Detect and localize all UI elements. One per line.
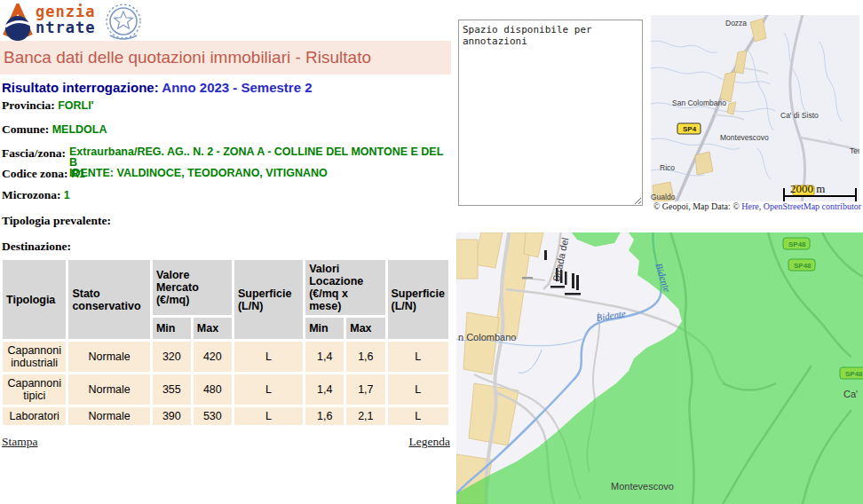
overview-map-canvas: Dozza San Colombano Ca' di Sisto Monteve… (651, 15, 859, 201)
logo-line-1: genzia (36, 4, 95, 20)
annotations-textarea[interactable]: Spazio disponibile per annotazioni (458, 20, 643, 206)
codice-value: R1 (71, 168, 85, 180)
cell-vl-min: 1,6 (305, 407, 344, 425)
cell-tipologia: Capannoni industriali (3, 342, 66, 372)
svg-text:SP4: SP4 (683, 125, 697, 133)
place-label-san-colombano: n Colombano (458, 332, 516, 343)
cell-tipologia: Laboratori (3, 407, 66, 425)
fascia-value-line2: IDENTE: VALDINOCE, TEODORANO, VITIGNANO (69, 167, 328, 179)
cell-stato: Normale (68, 342, 149, 372)
cell-vm-min: 320 (153, 342, 191, 372)
field-destinazione: Destinazione: (2, 240, 71, 254)
result-heading-value: Anno 2023 - Semestre 2 (162, 80, 312, 95)
logo-line-2: ntrate (36, 20, 95, 35)
cell-superficie-1: L (234, 374, 303, 405)
field-codice-zona: Codice zona: R1 (2, 167, 85, 181)
microzona-label: Microzona: (2, 188, 60, 201)
cell-vm-min: 390 (153, 407, 191, 425)
overview-map[interactable]: Dozza San Colombano Ca' di Sisto Monteve… (651, 15, 859, 201)
cell-vm-min: 355 (153, 374, 191, 405)
table-row: Laboratori Normale 390 530 L 1,6 2,1 L (3, 407, 448, 425)
col-header-superficie-2: Superficie (L/N) (388, 260, 449, 339)
zone-map[interactable]: SP48 SP48 SP48 n Colombano Strada del Bi… (456, 232, 863, 504)
table-row: Capannoni tipici Normale 355 480 L 1,4 1… (3, 374, 448, 405)
cell-superficie-1: L (234, 342, 303, 372)
quotations-table: Tipologia Stato conservativo Valore Merc… (0, 257, 451, 428)
microzona-value: 1 (64, 189, 70, 201)
legenda-link[interactable]: Legenda (409, 435, 450, 449)
page-title: Banca dati delle quotazioni immobiliari … (0, 41, 451, 75)
col-header-valore-mercato: Valore Mercato (€/mq) (153, 260, 232, 315)
tipologia-prevalente-label: Tipologia prevalente: (2, 214, 111, 227)
col-header-vm-min: Min (153, 318, 191, 339)
cell-stato: Normale (68, 374, 149, 405)
codice-label: Codice zona: (2, 167, 68, 180)
table-row: Capannoni industriali Normale 320 420 L … (3, 342, 448, 372)
cell-vl-max: 1,7 (346, 374, 384, 405)
col-header-vl-max: Max (346, 318, 384, 339)
place-label-rico: Rico (660, 163, 675, 172)
col-header-tipologia: Tipologia (3, 260, 66, 339)
cell-superficie-2: L (388, 374, 449, 405)
field-comune: Comune: MELDOLA (2, 122, 107, 137)
here-link[interactable]: Here (741, 201, 758, 211)
cell-vm-max: 530 (194, 407, 232, 425)
result-heading-label: Risultato interrogazione: (2, 80, 159, 95)
col-header-superficie-1: Superficie (L/N) (234, 260, 303, 339)
cell-superficie-2: L (388, 407, 449, 425)
italy-emblem-icon (101, 2, 146, 44)
place-label-ca: Ca' (843, 389, 858, 399)
cell-vl-max: 1,6 (346, 342, 384, 372)
field-tipologia-prevalente: Tipologia prevalente: (2, 214, 111, 228)
agency-logo-text: genzia ntrate (36, 4, 95, 35)
scale-label: 2000 m (790, 182, 825, 195)
place-label-san-colombano: San Colombano (672, 98, 726, 107)
fascia-value: Extraurbana/REG. AG.. N. 2 - ZONA A - CO… (69, 146, 451, 178)
cell-vm-max: 480 (194, 374, 232, 405)
attribution-prefix: © Geopoi, Map Data: © (653, 201, 742, 211)
cell-stato: Normale (68, 407, 149, 425)
results-panel: genzia ntrate Banca dati delle quotazion… (0, 0, 451, 504)
place-label-gualdo: Gualdo (651, 193, 676, 201)
cell-vl-min: 1,4 (305, 342, 344, 372)
fascia-value-line1: Extraurbana/REG. AG.. N. 2 - ZONA A - CO… (69, 146, 443, 169)
zone-map-canvas: SP48 SP48 SP48 n Colombano Strada del Bi… (456, 232, 863, 504)
comune-label: Comune: (2, 122, 49, 136)
provincia-label: Provincia: (2, 98, 55, 112)
place-label-montevescovo: Montevescovo (720, 133, 769, 142)
col-header-vl-min: Min (305, 318, 344, 339)
col-header-valori-locazione: Valori Locazione (€/mq x mese) (305, 260, 384, 315)
cell-vl-max: 2,1 (346, 407, 384, 425)
place-label-teo: Teo (850, 146, 859, 155)
map-attribution: © Geopoi, Map Data: © Here, OpenStreetMa… (649, 201, 861, 211)
place-label-dozza: Dozza (725, 19, 747, 28)
agenzia-entrate-logo-icon (2, 4, 37, 43)
cell-superficie-1: L (234, 407, 303, 425)
osm-link[interactable]: OpenStreetMap contributor (764, 201, 861, 211)
field-provincia: Provincia: FORLI' (2, 98, 94, 113)
provincia-value: FORLI' (58, 99, 93, 112)
cell-superficie-2: L (388, 342, 449, 372)
result-heading: Risultato interrogazione: Anno 2023 - Se… (2, 80, 313, 95)
cell-vm-max: 420 (194, 342, 232, 372)
cell-vl-min: 1,4 (305, 374, 344, 405)
col-header-stato: Stato conservativo (68, 260, 149, 339)
cell-tipologia: Capannoni tipici (3, 374, 66, 405)
col-header-vm-max: Max (194, 318, 232, 339)
field-microzona: Microzona: 1 (2, 188, 70, 202)
place-label-ca-di-sisto: Ca' di Sisto (780, 111, 819, 120)
destinazione-label: Destinazione: (2, 240, 71, 253)
stampa-link[interactable]: Stampa (2, 435, 38, 448)
place-label-montevescovo: Montevescovo (611, 481, 674, 492)
road-badge-sp4: SP4 (677, 123, 701, 134)
comune-value: MELDOLA (52, 123, 107, 136)
footer-links: Stampa Legenda (2, 435, 450, 449)
